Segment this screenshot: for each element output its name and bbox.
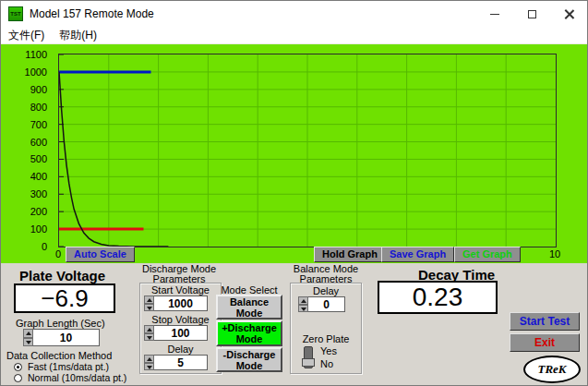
window-title: Model 157 Remote Mode [30, 7, 476, 20]
stop-voltage-input[interactable]: 100 [154, 325, 208, 341]
plate-voltage-label: Plate Voltage [19, 268, 105, 283]
start-voltage-label: Start Voltage [139, 284, 222, 296]
app-icon: TST [8, 6, 23, 21]
x-tick-label: 10 [549, 248, 560, 259]
balance-mode-button[interactable]: Balance Mode [216, 295, 282, 320]
y-tick-label: 100 [30, 223, 47, 235]
decay-time-display: 0.23 [378, 281, 498, 314]
trek-logo: TReK [523, 356, 581, 383]
stop-voltage-label: Stop Voltage [139, 314, 222, 325]
radio-normal-icon [14, 374, 22, 382]
graph-length-increment[interactable] [23, 329, 33, 338]
minimize-button[interactable] [476, 1, 513, 27]
balance-delay-increment[interactable] [298, 296, 308, 305]
y-tick-label: 0 [42, 241, 47, 252]
zero-plate-yes-label: Yes [320, 345, 337, 356]
data-collection-label: Data Collection Method [6, 350, 112, 361]
discharge-delay-input[interactable]: 5 [154, 355, 208, 370]
plate-voltage-display: −6.9 [14, 283, 115, 313]
plus-discharge-mode-button[interactable]: +Discharge Mode [216, 320, 282, 346]
control-panel: Plate Voltage −6.9 Graph Length (Sec) 10… [1, 263, 588, 386]
plot [58, 54, 557, 247]
y-tick-label: 200 [30, 206, 47, 217]
graph-length-decrement[interactable] [23, 338, 33, 347]
graph-length-input[interactable]: 10 [33, 329, 100, 346]
radio-fast-icon [14, 363, 22, 371]
graph-length-control: 10 [23, 329, 100, 346]
discharge-delay-decrement[interactable] [144, 363, 154, 371]
zero-plate-toggle[interactable] [304, 346, 313, 368]
stop-voltage-decrement[interactable] [144, 333, 154, 342]
title-bar: TST Model 157 Remote Mode [1, 1, 587, 27]
discharge-delay-label: Delay [139, 344, 222, 355]
y-tick-label: 900 [30, 84, 47, 95]
discharge-delay-control: 5 [144, 355, 208, 370]
close-button[interactable] [550, 1, 587, 27]
maximize-icon [528, 10, 536, 18]
menu-help[interactable]: 帮助(H) [59, 28, 97, 43]
chart-area: 010020030040050060070080090010001100 010… [1, 44, 588, 263]
y-tick-label: 300 [30, 188, 47, 199]
radio-normal-label: Normal (10ms/data pt.) [28, 372, 126, 383]
zero-plate-label: Zero Plate [290, 333, 362, 344]
y-tick-label: 1000 [25, 66, 47, 78]
save-graph-button[interactable]: Save Graph [381, 247, 454, 262]
start-voltage-control: 1000 [144, 296, 208, 311]
y-tick-label: 400 [30, 171, 47, 182]
exit-button[interactable]: Exit [510, 333, 580, 352]
minus-discharge-mode-button[interactable]: -Discharge Mode [216, 347, 282, 372]
y-tick-label: 600 [30, 137, 47, 148]
start-voltage-input[interactable]: 1000 [154, 296, 208, 311]
menu-file[interactable]: 文件(F) [8, 28, 44, 43]
radio-fast[interactable]: Fast (1ms/data pt.) [14, 361, 109, 372]
stop-voltage-increment[interactable] [144, 325, 154, 333]
start-test-button[interactable]: Start Test [510, 312, 580, 331]
y-tick-label: 1100 [25, 49, 47, 60]
minimize-icon [490, 14, 499, 15]
y-tick-label: 800 [30, 102, 47, 113]
start-voltage-increment[interactable] [144, 296, 154, 304]
menu-bar: 文件(F) 帮助(H) [1, 27, 587, 44]
close-icon [564, 9, 574, 19]
maximize-button[interactable] [513, 1, 550, 27]
window-controls [476, 1, 587, 27]
plot-svg [59, 54, 556, 247]
graph-length-label: Graph Length (Sec) [16, 318, 105, 329]
balance-delay-control: 0 [298, 296, 345, 312]
trek-logo-text: TReK [537, 362, 566, 377]
radio-fast-label: Fast (1ms/data pt.) [28, 361, 109, 372]
y-axis-labels: 010020030040050060070080090010001100 [1, 54, 54, 246]
y-tick-label: 500 [30, 153, 47, 164]
discharge-delay-increment[interactable] [144, 355, 154, 363]
radio-normal[interactable]: Normal (10ms/data pt.) [14, 372, 126, 383]
stop-voltage-control: 100 [144, 325, 208, 341]
balance-delay-label: Delay [290, 285, 362, 296]
balance-delay-input[interactable]: 0 [308, 296, 345, 312]
zero-plate-toggle-knob[interactable] [302, 358, 315, 367]
app-window: TST Model 157 Remote Mode 文件(F) 帮助(H) 01… [0, 0, 588, 386]
auto-scale-button[interactable]: Auto Scale [66, 247, 135, 262]
y-tick-label: 700 [30, 119, 47, 130]
balance-delay-decrement[interactable] [298, 305, 308, 313]
x-tick-label: 0 [55, 248, 61, 259]
get-graph-button[interactable]: Get Graph [454, 247, 521, 262]
hold-graph-button[interactable]: Hold Graph [314, 247, 386, 262]
start-voltage-decrement[interactable] [144, 304, 154, 312]
zero-plate-no-label: No [320, 358, 333, 369]
